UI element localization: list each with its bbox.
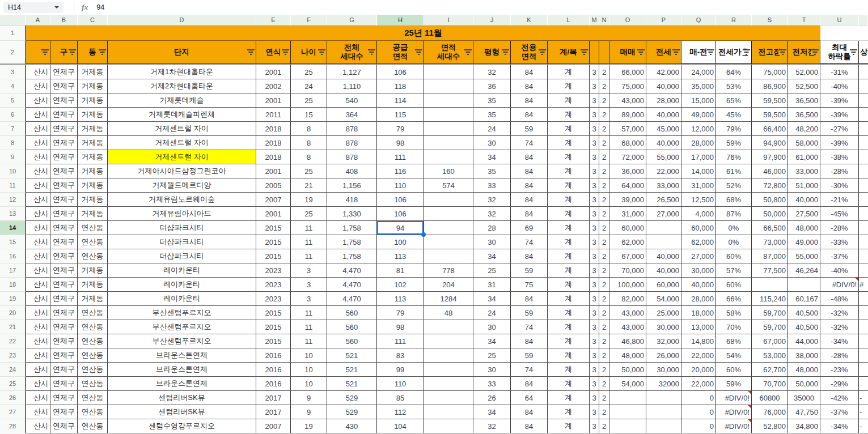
cell-L6[interactable]: 계: [548, 108, 590, 122]
cell-R15[interactable]: 0%: [716, 235, 752, 249]
filter-icon[interactable]: [414, 49, 422, 55]
cell-N20[interactable]: 2: [599, 306, 609, 320]
cell-T10[interactable]: 33,000: [788, 164, 820, 178]
cell-V27[interactable]: -: [859, 405, 868, 419]
cell-O25[interactable]: 54,000: [609, 377, 646, 391]
cell-M3[interactable]: 3: [590, 65, 599, 79]
cell-A15[interactable]: 산시: [26, 235, 50, 249]
cell-S4[interactable]: 86,900: [752, 79, 788, 93]
cell-A6[interactable]: 산시: [26, 108, 50, 122]
cell-L12[interactable]: 계: [548, 193, 590, 207]
cell-B19[interactable]: 연제구: [50, 292, 78, 306]
cell-N18[interactable]: 2: [599, 278, 609, 292]
cell-K14[interactable]: 69: [511, 221, 548, 235]
column-header-G[interactable]: 전체 세대수: [327, 41, 377, 65]
cell-J23[interactable]: 25: [473, 348, 511, 363]
column-header-Q[interactable]: 매-전: [681, 41, 716, 65]
cell-I13[interactable]: [424, 207, 473, 221]
column-letter-E[interactable]: E: [256, 15, 291, 25]
filter-icon[interactable]: [464, 49, 472, 55]
cell-N9[interactable]: 2: [599, 150, 609, 164]
cell-V16[interactable]: [859, 249, 868, 263]
filter-icon[interactable]: [41, 49, 49, 55]
cell-E11[interactable]: 2005: [256, 178, 291, 193]
cell-K12[interactable]: 84: [511, 193, 548, 207]
cell-D5[interactable]: 거제롯데캐슬: [108, 93, 256, 108]
cell-H28[interactable]: 104: [377, 419, 424, 433]
cell-V6[interactable]: [859, 108, 868, 122]
cell-T9[interactable]: 61,000: [788, 150, 820, 164]
cell-P16[interactable]: 40,000: [646, 249, 681, 263]
cell-L28[interactable]: 계: [548, 419, 590, 433]
column-letter-J[interactable]: J: [473, 15, 511, 25]
cell-O4[interactable]: 75,000: [609, 79, 646, 93]
cell-A9[interactable]: 산시: [26, 150, 50, 164]
cell-E22[interactable]: 2015: [256, 334, 291, 348]
cell-D19[interactable]: 레이카운티: [108, 292, 256, 306]
column-letter-F[interactable]: F: [291, 15, 327, 25]
cell-U26[interactable]: -42%: [820, 391, 859, 405]
cell-P21[interactable]: 30,000: [646, 320, 681, 334]
cell-C24[interactable]: 연산동: [78, 363, 108, 377]
cell-B23[interactable]: 연제구: [50, 348, 78, 363]
cell-G3[interactable]: 1,127: [327, 65, 377, 79]
cell-V26[interactable]: -: [859, 391, 868, 405]
column-letter-A[interactable]: A: [26, 15, 50, 25]
cell-E14[interactable]: 2015: [256, 221, 291, 235]
cell-C8[interactable]: 거제동: [78, 136, 108, 150]
cell-Q4[interactable]: 35,000: [681, 79, 716, 93]
cell-S11[interactable]: 72,800: [752, 178, 788, 193]
row-header-14[interactable]: 14: [0, 221, 26, 235]
cell-S6[interactable]: 59,500: [752, 108, 788, 122]
cell-T3[interactable]: 52,000: [788, 65, 820, 79]
cell-C17[interactable]: 거제동: [78, 263, 108, 278]
cell-J15[interactable]: 30: [473, 235, 511, 249]
cell-U1[interactable]: [820, 25, 859, 41]
cell-E18[interactable]: 2023: [256, 278, 291, 292]
cell-F8[interactable]: 8: [291, 136, 327, 150]
cell-B11[interactable]: 연제구: [50, 178, 78, 193]
cell-R24[interactable]: 60%: [716, 363, 752, 377]
cell-B25[interactable]: 연제구: [50, 377, 78, 391]
cell-V22[interactable]: [859, 334, 868, 348]
column-letter-H[interactable]: H: [377, 15, 424, 25]
cell-K17[interactable]: 59: [511, 263, 548, 278]
cell-I14[interactable]: [424, 221, 473, 235]
cell-I11[interactable]: 574: [424, 178, 473, 193]
cell-P27[interactable]: [646, 405, 681, 419]
cell-H21[interactable]: 98: [377, 320, 424, 334]
cell-S10[interactable]: 46,000: [752, 164, 788, 178]
cell-O21[interactable]: 43,000: [609, 320, 646, 334]
column-letter-S[interactable]: S: [752, 15, 788, 25]
cell-G23[interactable]: 521: [327, 348, 377, 363]
cell-Q8[interactable]: 28,000: [681, 136, 716, 150]
cell-F20[interactable]: 11: [291, 306, 327, 320]
column-header-R[interactable]: 전세가율: [716, 41, 752, 65]
cell-S12[interactable]: 50,800: [752, 193, 788, 207]
row-header-11[interactable]: 11: [0, 178, 26, 193]
cell-C23[interactable]: 연산동: [78, 348, 108, 363]
cell-F14[interactable]: 11: [291, 221, 327, 235]
cell-M10[interactable]: 3: [590, 164, 599, 178]
cell-H18[interactable]: 102: [377, 278, 424, 292]
cell-T16[interactable]: 55,000: [788, 249, 820, 263]
filter-icon[interactable]: [367, 49, 375, 55]
column-letter-Q[interactable]: Q: [681, 15, 716, 25]
cell-R10[interactable]: 61%: [716, 164, 752, 178]
cell-J8[interactable]: 30: [473, 136, 511, 150]
cell-P4[interactable]: 40,000: [646, 79, 681, 93]
cell-G18[interactable]: 4,470: [327, 278, 377, 292]
cell-K4[interactable]: 84: [511, 79, 548, 93]
cell-F22[interactable]: 11: [291, 334, 327, 348]
cell-M13[interactable]: 3: [590, 207, 599, 221]
cell-T18[interactable]: [788, 278, 820, 292]
cell-U17[interactable]: -40%: [820, 263, 859, 278]
cell-V21[interactable]: [859, 320, 868, 334]
cell-Q22[interactable]: 14,800: [681, 334, 716, 348]
cell-M11[interactable]: 3: [590, 178, 599, 193]
cell-F17[interactable]: 3: [291, 263, 327, 278]
cell-O7[interactable]: 57,000: [609, 122, 646, 136]
cell-D12[interactable]: 거제유림노르웨이숲: [108, 193, 256, 207]
cell-H25[interactable]: 110: [377, 377, 424, 391]
cell-U4[interactable]: -40%: [820, 79, 859, 93]
